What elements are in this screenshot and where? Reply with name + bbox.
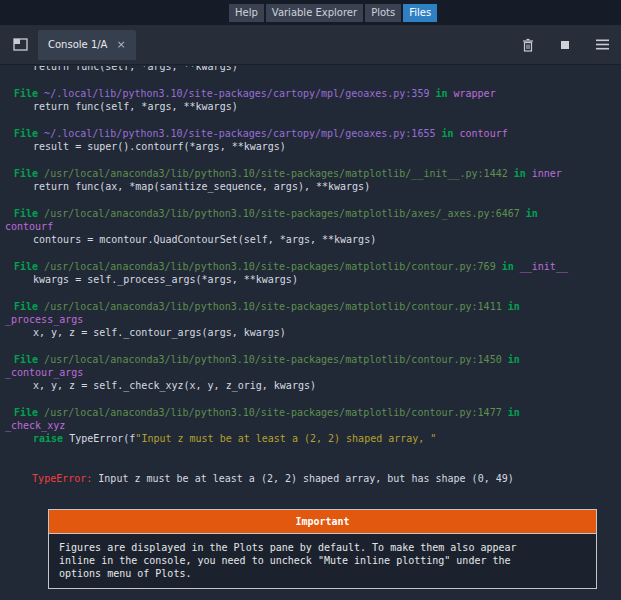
notice-line: inline in the console, you need to unche… <box>59 554 586 567</box>
important-notice-box: Important Figures are displayed in the P… <box>48 509 597 589</box>
frame-function-name: _contour_args <box>5 367 83 378</box>
close-icon[interactable]: × <box>116 38 125 51</box>
traceback-file-link[interactable]: /usr/local/anaconda3/lib/python3.10/site… <box>44 301 502 312</box>
frame-code: return func(ax, *map(sanitize_sequence, … <box>33 181 370 192</box>
traceback-frame: File /usr/local/anaconda3/lib/python3.10… <box>0 300 621 339</box>
options-menu-icon[interactable] <box>596 39 609 50</box>
frame-code: x, y, z = self._contour_args(args, kwarg… <box>33 327 286 338</box>
file-keyword: File <box>14 208 44 219</box>
traceback-file-link[interactable]: /usr/local/anaconda3/lib/python3.10/site… <box>44 354 502 365</box>
in-keyword: in <box>502 301 520 312</box>
file-keyword: File <box>14 407 44 418</box>
file-keyword: File <box>14 128 44 139</box>
tab-plots[interactable]: Plots <box>365 4 401 22</box>
frame-function-name: inner <box>526 168 562 179</box>
traceback-frame: File ~/.local/lib/python3.10/site-packag… <box>0 87 621 113</box>
frame-code: return func(self, *args, **kwargs) <box>33 101 238 112</box>
traceback-file-link[interactable]: /usr/local/anaconda3/lib/python3.10/site… <box>44 261 496 272</box>
in-keyword: in <box>502 354 520 365</box>
traceback-frame: File /usr/local/anaconda3/lib/python3.10… <box>0 167 621 193</box>
frame-function-name: __init__ <box>514 261 568 272</box>
clipped-scroll-line: return func(self, *args, **kwargs) <box>0 66 621 73</box>
in-keyword: in <box>435 128 453 139</box>
file-keyword: File <box>14 88 44 99</box>
frame-code: contours = mcontour.QuadContourSet(self,… <box>33 234 376 245</box>
traceback-frame: File /usr/local/anaconda3/lib/python3.10… <box>0 406 621 445</box>
frame-code: kwargs = self._process_args(*args, **kwa… <box>33 274 298 285</box>
file-keyword: File <box>14 261 44 272</box>
console-tab[interactable]: Console 1/A × <box>38 30 136 60</box>
file-keyword: File <box>14 354 44 365</box>
frame-code: x, y, z = self._check_xyz(x, y, z_orig, … <box>33 380 316 391</box>
console-tab-label: Console 1/A <box>48 39 107 50</box>
remove-console-icon[interactable] <box>522 38 534 52</box>
file-keyword: File <box>14 301 44 312</box>
in-keyword: in <box>508 168 526 179</box>
notice-body: Figures are displayed in the Plots pane … <box>49 534 596 588</box>
in-keyword: in <box>520 208 538 219</box>
pane-tabs: Help Variable Explorer Plots Files <box>229 4 437 22</box>
code-segment: raise <box>33 433 69 444</box>
console-pane-header: Console 1/A × <box>0 25 621 65</box>
tab-files[interactable]: Files <box>403 4 437 22</box>
console-pane-icon <box>13 38 28 51</box>
traceback-frame: File /usr/local/anaconda3/lib/python3.10… <box>0 353 621 392</box>
frame-function-name: contourf <box>5 221 53 232</box>
frame-function-name: _check_xyz <box>5 420 65 431</box>
code-segment: "Input z must be at least a (2, 2) shape… <box>135 433 436 444</box>
frame-function-name: contourf <box>454 128 508 139</box>
file-keyword: File <box>14 168 44 179</box>
frame-code: result = super().contourf(*args, **kwarg… <box>33 141 286 152</box>
frame-function-name: wrapper <box>447 88 495 99</box>
error-type-label: TypeError: <box>32 473 92 484</box>
in-keyword: in <box>496 261 514 272</box>
console-output: return func(self, *args, **kwargs) File … <box>0 66 621 600</box>
traceback-file-link[interactable]: /usr/local/anaconda3/lib/python3.10/site… <box>44 208 520 219</box>
tab-variable-explorer[interactable]: Variable Explorer <box>266 4 363 22</box>
notice-title: Important <box>49 510 596 534</box>
frame-function-name: _process_args <box>5 314 83 325</box>
traceback-file-link[interactable]: ~/.local/lib/python3.10/site-packages/ca… <box>44 88 429 99</box>
console-toolbar <box>495 38 609 52</box>
tab-help[interactable]: Help <box>229 4 264 22</box>
pane-switcher-bar: Help Variable Explorer Plots Files <box>0 0 621 25</box>
traceback-file-link[interactable]: ~/.local/lib/python3.10/site-packages/ca… <box>44 128 435 139</box>
traceback-frame: File /usr/local/anaconda3/lib/python3.10… <box>0 207 621 246</box>
notice-line: options menu of Plots. <box>59 567 586 580</box>
traceback-frame: File /usr/local/anaconda3/lib/python3.10… <box>0 260 621 286</box>
notice-line: Figures are displayed in the Plots pane … <box>59 541 586 554</box>
traceback-file-link[interactable]: /usr/local/anaconda3/lib/python3.10/site… <box>44 407 502 418</box>
traceback-frame: File ~/.local/lib/python3.10/site-packag… <box>0 127 621 153</box>
code-segment: TypeError(f <box>69 433 135 444</box>
stop-icon[interactable] <box>561 41 569 49</box>
traceback-frames: File ~/.local/lib/python3.10/site-packag… <box>0 87 621 445</box>
traceback-file-link[interactable]: /usr/local/anaconda3/lib/python3.10/site… <box>44 168 508 179</box>
clipped-code-line: return func(self, *args, **kwargs) <box>0 66 621 73</box>
error-message: Input z must be at least a (2, 2) shaped… <box>92 473 513 484</box>
error-message-line: TypeError: Input z must be at least a (2… <box>0 459 621 498</box>
in-keyword: in <box>429 88 447 99</box>
in-keyword: in <box>502 407 520 418</box>
